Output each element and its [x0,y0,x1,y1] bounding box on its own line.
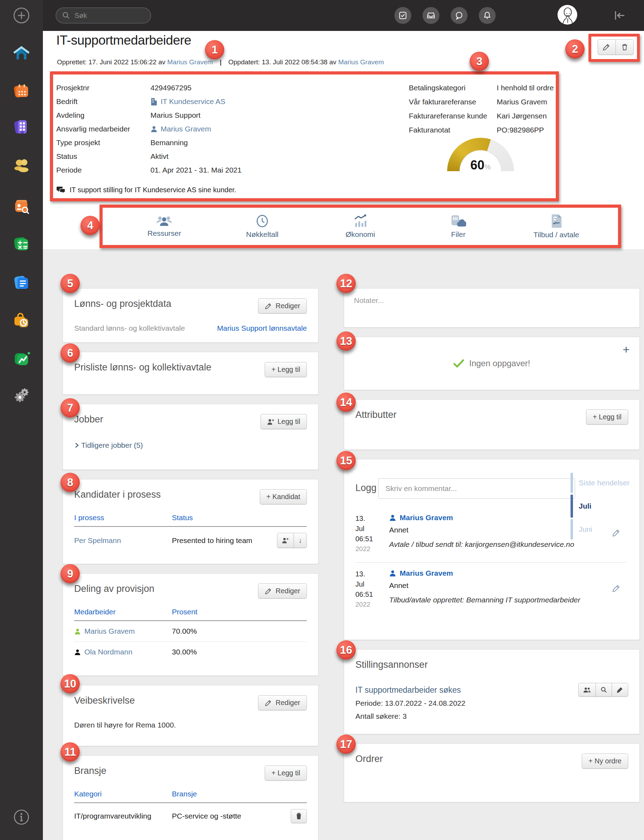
edit-project-button[interactable] [598,39,616,55]
add-job-button[interactable]: Legg til [261,414,307,429]
person-offline-icon [74,649,81,655]
column-header-prosent[interactable]: Prosent [172,608,307,616]
edit-ad-button[interactable] [612,683,628,697]
inbox-icon[interactable] [422,7,439,24]
building-icon [150,98,158,105]
field-label: Periode [56,166,150,174]
sidebar-item-calendar[interactable] [12,82,31,100]
employee-link[interactable]: Marius Gravem [84,627,135,635]
field-label: Bedrift [56,97,150,106]
search-bar[interactable] [56,7,151,23]
card-ordrer: Ordrer + Ny ordre [344,743,640,802]
sidebar-item-time-tracking[interactable] [12,312,31,330]
timeline-item-juni[interactable]: Juni [570,518,629,541]
created-by-link[interactable]: Marius Gravem [168,58,213,66]
column-header-bransje[interactable]: Bransje [172,790,307,798]
annotation-badge-8: 8 [61,473,80,492]
add-button[interactable]: + Legg til [265,362,307,377]
edit-button[interactable]: Rediger [258,299,307,313]
search-input[interactable] [74,11,138,20]
tasks-icon[interactable] [394,7,411,24]
card-lonns-og-prosjektdata: Lønns- og prosjektdata Rediger Standard … [62,288,319,343]
project-tabbar: Ressurser Nøkkeltall Økonomi Filer Tilbu… [103,208,618,245]
card-bransje: Bransje + Legg til Kategori Bransje IT/p… [62,755,319,840]
field-label: Type prosjekt [56,138,150,147]
add-candidate-button[interactable]: + Kandidat [260,489,307,504]
card-title: Prisliste lønns- og kollektivavtale [74,362,211,373]
employee-link[interactable]: Ola Nordmann [84,648,133,656]
annotation-badge-17: 17 [337,735,356,754]
edit-log-icon[interactable] [612,569,626,609]
sidebar-item-candidate-search[interactable] [12,197,31,216]
column-header-medarbeider[interactable]: Medarbeider [74,608,172,616]
add-button[interactable]: + Legg til [265,766,307,781]
annotation-badge-13: 13 [337,331,356,351]
edit-button[interactable]: Rediger [258,583,307,599]
move-candidate-down-button[interactable]: ↓ [294,533,307,548]
chat-icon[interactable] [451,7,468,24]
sidebar-item-companies[interactable] [12,117,31,136]
add-new-icon[interactable] [12,6,31,25]
add-task-icon[interactable]: + [623,343,629,356]
updated-label: Oppdatert: 13. Juli 2022 08:54:38 av [228,58,336,66]
card-title: Jobber [74,414,104,425]
column-header-status[interactable]: Status [172,514,307,522]
sidebar-item-settings[interactable] [12,386,31,405]
company-link[interactable]: IT Kundeservice AS [161,97,225,106]
project-details-left: Prosjektnr 4294967295 Bedrift IT Kundese… [56,84,242,174]
applicants-button[interactable] [578,683,596,697]
tab-ressurser[interactable]: Ressurser [115,215,214,238]
field-label: Avdeling [56,111,150,120]
notifications-bell-icon[interactable] [479,7,496,24]
collapse-panel-icon[interactable] [612,8,626,23]
previous-jobs-link[interactable]: Tidligere jobber (5) [74,441,307,450]
tab-filer[interactable]: Filer [409,214,507,239]
log-comment-input[interactable] [378,478,575,499]
field-label: Fakturanotat [409,126,497,134]
annotation-badge-10: 10 [61,674,80,694]
annotation-badge-9: 9 [61,564,80,583]
candidate-link[interactable]: Per Spelmann [74,536,172,545]
hire-candidate-button[interactable] [277,533,294,548]
tab-tilbud-avtale[interactable]: Tilbud / avtale [507,214,605,239]
timeline-item-siste-hendelser[interactable]: Siste hendelser [570,471,629,494]
card-title: Stillingsannonser [355,660,428,670]
column-header-kategori[interactable]: Kategori [74,790,172,798]
delete-project-button[interactable] [616,39,634,55]
sidebar-item-payroll[interactable] [12,235,31,254]
sidebar-item-home[interactable] [12,44,31,63]
sidebar-item-coins[interactable] [12,157,31,176]
commission-row: Ola Nordmann 30.00% [74,642,307,662]
person-icon [150,125,158,133]
timeline-item-juli[interactable]: Juli [570,494,629,518]
card-logg: Logg Siste hendelser Juli Juni 13. Jul [344,459,640,640]
delete-industry-button[interactable] [291,809,307,823]
responsible-employee-link[interactable]: Marius Gravem [161,125,211,133]
notes-textarea[interactable] [344,289,639,327]
created-updated-meta: Opprettet: 17. Juni 2022 15:06:22 av Mar… [57,58,384,66]
log-user-link[interactable]: Marius Gravem [389,569,612,578]
directions-text: Døren til høyre for Rema 1000. [74,721,307,729]
tab-nokkeltall[interactable]: Nøkkeltall [214,214,311,239]
new-order-button[interactable]: + Ny ordre [582,753,628,769]
industry-name: PC-service og -støtte [172,812,241,820]
industry-row: IT/programvareutvikling PC-service og -s… [74,803,307,829]
tab-okonomi[interactable]: Økonomi [311,214,409,239]
field-label: Status [56,152,150,161]
column-header-i-prosess[interactable]: I prosess [74,514,172,522]
add-button[interactable]: + Legg til [586,409,628,425]
sidebar-item-reports[interactable] [12,349,31,368]
card-veibeskrivelse: Veibeskrivelse Rediger Døren til høyre f… [62,685,319,746]
preview-button[interactable] [595,683,612,697]
salary-agreement-link[interactable]: Marius Support lønnsavtale [217,324,307,333]
log-entry: 13. Jul 06:51 2022 Marius Gravem Annet T… [355,563,626,618]
gauge-value: 60% [447,158,514,172]
avatar[interactable] [557,5,577,25]
chevron-right-icon [74,442,79,448]
sidebar-item-documents[interactable] [12,274,31,292]
field-label: Vår fakturareferanse [409,98,497,106]
field-value: Kari Jørgensen [497,112,554,120]
info-icon[interactable] [12,808,31,827]
edit-button[interactable]: Rediger [258,695,307,710]
updated-by-link[interactable]: Marius Gravem [338,58,384,66]
